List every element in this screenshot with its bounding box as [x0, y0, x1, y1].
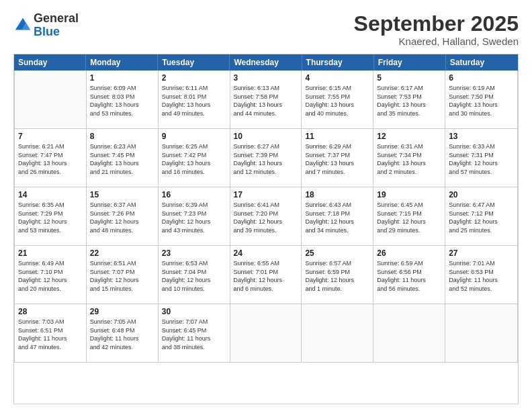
day-info: Sunrise: 6:11 AM Sunset: 8:01 PM Dayligh… — [162, 84, 226, 118]
day-number: 23 — [162, 248, 226, 258]
calendar-cell — [15, 71, 87, 128]
day-info: Sunrise: 6:39 AM Sunset: 7:23 PM Dayligh… — [162, 201, 226, 234]
calendar-body: 1Sunrise: 6:09 AM Sunset: 8:03 PM Daylig… — [14, 71, 518, 363]
title-block: September 2025 Knaered, Halland, Sweden — [354, 12, 519, 47]
calendar-header-cell: Thursday — [302, 54, 374, 71]
calendar-cell: 15Sunrise: 6:37 AM Sunset: 7:26 PM Dayli… — [87, 187, 159, 245]
day-number: 20 — [449, 190, 514, 199]
calendar-cell: 9Sunrise: 6:25 AM Sunset: 7:42 PM Daylig… — [159, 129, 230, 187]
day-number: 22 — [90, 248, 154, 258]
calendar-row: 7Sunrise: 6:21 AM Sunset: 7:47 PM Daylig… — [15, 129, 517, 187]
calendar-cell: 13Sunrise: 6:33 AM Sunset: 7:31 PM Dayli… — [445, 129, 517, 187]
calendar-cell: 27Sunrise: 7:01 AM Sunset: 6:53 PM Dayli… — [445, 246, 517, 304]
day-number: 12 — [377, 132, 441, 141]
calendar-cell: 5Sunrise: 6:17 AM Sunset: 7:53 PM Daylig… — [373, 71, 445, 128]
calendar-cell: 14Sunrise: 6:35 AM Sunset: 7:29 PM Dayli… — [15, 187, 87, 245]
day-info: Sunrise: 6:09 AM Sunset: 8:03 PM Dayligh… — [90, 84, 154, 118]
day-info: Sunrise: 6:51 AM Sunset: 7:07 PM Dayligh… — [90, 259, 154, 293]
day-info: Sunrise: 6:37 AM Sunset: 7:26 PM Dayligh… — [90, 201, 154, 234]
calendar: SundayMondayTuesdayWednesdayThursdayFrid… — [13, 54, 519, 404]
day-number: 19 — [377, 190, 441, 199]
day-info: Sunrise: 6:17 AM Sunset: 7:53 PM Dayligh… — [377, 84, 441, 118]
calendar-cell: 7Sunrise: 6:21 AM Sunset: 7:47 PM Daylig… — [15, 129, 87, 187]
calendar-header-cell: Saturday — [446, 54, 518, 71]
day-info: Sunrise: 6:19 AM Sunset: 7:50 PM Dayligh… — [449, 84, 514, 118]
logo-general: General — [34, 12, 79, 26]
calendar-row: 14Sunrise: 6:35 AM Sunset: 7:29 PM Dayli… — [15, 187, 517, 246]
day-info: Sunrise: 6:31 AM Sunset: 7:34 PM Dayligh… — [377, 142, 441, 176]
logo: General Blue — [13, 12, 79, 39]
location-subtitle: Knaered, Halland, Sweden — [354, 36, 519, 47]
day-number: 1 — [90, 73, 154, 83]
logo-blue: Blue — [34, 26, 79, 39]
day-number: 3 — [234, 73, 298, 83]
day-number: 21 — [18, 248, 83, 258]
day-number: 7 — [18, 132, 83, 141]
calendar-cell: 18Sunrise: 6:43 AM Sunset: 7:18 PM Dayli… — [302, 187, 373, 245]
calendar-cell: 30Sunrise: 7:07 AM Sunset: 6:45 PM Dayli… — [159, 304, 230, 362]
day-number: 6 — [449, 73, 514, 83]
day-number: 28 — [18, 307, 83, 316]
calendar-cell: 8Sunrise: 6:23 AM Sunset: 7:45 PM Daylig… — [87, 129, 159, 187]
calendar-row: 28Sunrise: 7:03 AM Sunset: 6:51 PM Dayli… — [15, 304, 517, 362]
day-number: 26 — [377, 248, 441, 258]
calendar-cell: 4Sunrise: 6:15 AM Sunset: 7:55 PM Daylig… — [302, 71, 373, 128]
header: General Blue September 2025 Knaered, Hal… — [13, 12, 519, 47]
day-info: Sunrise: 6:49 AM Sunset: 7:10 PM Dayligh… — [18, 259, 83, 293]
day-info: Sunrise: 6:27 AM Sunset: 7:39 PM Dayligh… — [234, 142, 298, 176]
day-info: Sunrise: 6:25 AM Sunset: 7:42 PM Dayligh… — [162, 142, 226, 176]
calendar-header-cell: Sunday — [14, 54, 86, 71]
day-number: 5 — [377, 73, 441, 83]
calendar-cell — [230, 304, 302, 362]
day-info: Sunrise: 6:21 AM Sunset: 7:47 PM Dayligh… — [18, 142, 83, 176]
day-info: Sunrise: 6:23 AM Sunset: 7:45 PM Dayligh… — [90, 142, 154, 176]
day-info: Sunrise: 6:41 AM Sunset: 7:20 PM Dayligh… — [234, 201, 298, 234]
calendar-cell: 20Sunrise: 6:47 AM Sunset: 7:12 PM Dayli… — [445, 187, 517, 245]
calendar-cell: 16Sunrise: 6:39 AM Sunset: 7:23 PM Dayli… — [159, 187, 230, 245]
day-number: 8 — [90, 132, 154, 141]
day-info: Sunrise: 6:47 AM Sunset: 7:12 PM Dayligh… — [449, 201, 514, 234]
day-info: Sunrise: 7:05 AM Sunset: 6:48 PM Dayligh… — [90, 318, 154, 351]
day-number: 25 — [305, 248, 369, 258]
calendar-cell: 19Sunrise: 6:45 AM Sunset: 7:15 PM Dayli… — [373, 187, 445, 245]
calendar-cell: 17Sunrise: 6:41 AM Sunset: 7:20 PM Dayli… — [230, 187, 302, 245]
calendar-cell: 2Sunrise: 6:11 AM Sunset: 8:01 PM Daylig… — [159, 71, 230, 128]
month-title: September 2025 — [354, 12, 519, 36]
calendar-row: 21Sunrise: 6:49 AM Sunset: 7:10 PM Dayli… — [15, 246, 517, 304]
day-info: Sunrise: 6:29 AM Sunset: 7:37 PM Dayligh… — [305, 142, 369, 176]
day-info: Sunrise: 6:15 AM Sunset: 7:55 PM Dayligh… — [305, 84, 369, 118]
calendar-cell: 3Sunrise: 6:13 AM Sunset: 7:58 PM Daylig… — [230, 71, 302, 128]
day-info: Sunrise: 6:55 AM Sunset: 7:01 PM Dayligh… — [234, 259, 298, 293]
day-info: Sunrise: 7:01 AM Sunset: 6:53 PM Dayligh… — [449, 259, 514, 293]
page: General Blue September 2025 Knaered, Hal… — [0, 0, 532, 411]
day-info: Sunrise: 6:45 AM Sunset: 7:15 PM Dayligh… — [377, 201, 441, 234]
day-number: 24 — [234, 248, 298, 258]
day-info: Sunrise: 6:35 AM Sunset: 7:29 PM Dayligh… — [18, 201, 83, 234]
day-number: 16 — [162, 190, 226, 199]
calendar-header-cell: Monday — [86, 54, 158, 71]
calendar-cell: 21Sunrise: 6:49 AM Sunset: 7:10 PM Dayli… — [15, 246, 87, 304]
day-number: 9 — [162, 132, 226, 141]
day-number: 4 — [305, 73, 369, 83]
day-info: Sunrise: 7:03 AM Sunset: 6:51 PM Dayligh… — [18, 318, 83, 351]
calendar-cell: 24Sunrise: 6:55 AM Sunset: 7:01 PM Dayli… — [230, 246, 302, 304]
logo-icon — [13, 16, 32, 35]
calendar-header-cell: Tuesday — [158, 54, 230, 71]
day-number: 30 — [162, 307, 226, 316]
day-number: 13 — [449, 132, 514, 141]
calendar-cell: 23Sunrise: 6:53 AM Sunset: 7:04 PM Dayli… — [159, 246, 230, 304]
day-info: Sunrise: 6:13 AM Sunset: 7:58 PM Dayligh… — [234, 84, 298, 118]
calendar-cell: 25Sunrise: 6:57 AM Sunset: 6:59 PM Dayli… — [302, 246, 373, 304]
calendar-cell: 22Sunrise: 6:51 AM Sunset: 7:07 PM Dayli… — [87, 246, 159, 304]
day-number: 27 — [449, 248, 514, 258]
day-info: Sunrise: 6:43 AM Sunset: 7:18 PM Dayligh… — [305, 201, 369, 234]
day-info: Sunrise: 6:59 AM Sunset: 6:56 PM Dayligh… — [377, 259, 441, 293]
calendar-header-cell: Friday — [374, 54, 446, 71]
calendar-cell — [445, 304, 517, 362]
day-number: 2 — [162, 73, 226, 83]
calendar-cell: 11Sunrise: 6:29 AM Sunset: 7:37 PM Dayli… — [302, 129, 373, 187]
calendar-cell: 10Sunrise: 6:27 AM Sunset: 7:39 PM Dayli… — [230, 129, 302, 187]
day-info: Sunrise: 6:53 AM Sunset: 7:04 PM Dayligh… — [162, 259, 226, 293]
day-number: 17 — [234, 190, 298, 199]
calendar-header-cell: Wednesday — [230, 54, 302, 71]
